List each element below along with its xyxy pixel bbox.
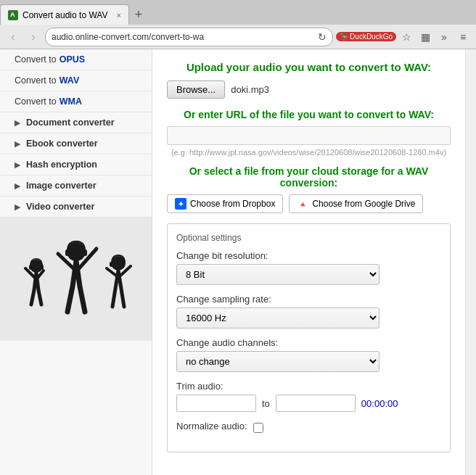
trim-row: Trim audio: to 00:00:00 [176, 381, 441, 412]
scrollbar[interactable] [465, 49, 476, 475]
browse-button[interactable]: Browse... [167, 80, 225, 99]
refresh-btn[interactable]: ↻ [318, 31, 327, 43]
svg-rect-4 [65, 249, 69, 256]
active-tab[interactable]: Convert audio to WAV × [0, 4, 129, 25]
gdrive-label: Choose from Google Drive [312, 199, 415, 209]
trim-label: Trim audio: [176, 381, 441, 392]
bookmark-icon[interactable]: ☆ [398, 28, 415, 46]
cloud-buttons: ✦ Choose from Dropbox 🔺 Choose from Goog… [167, 194, 451, 213]
sidebar-image [0, 218, 152, 341]
tab-bar: Convert audio to WAV × + [0, 0, 476, 25]
trim-inputs: to 00:00:00 [176, 395, 441, 412]
dropbox-icon: ✦ [175, 198, 186, 210]
gdrive-icon: 🔺 [297, 198, 308, 210]
chevron-icon: ▶ [15, 160, 20, 170]
chevron-icon: ▶ [15, 139, 20, 149]
sampling-rate-row: Change sampling rate: 8000 Hz 16000 Hz 2… [176, 294, 441, 329]
chevron-icon: ▶ [15, 181, 20, 191]
trim-start-input[interactable] [176, 395, 256, 412]
svg-rect-1 [29, 265, 32, 270]
audio-channels-select[interactable]: no change mono stereo [176, 351, 379, 372]
upload-heading: Upload your audio you want to convert to… [167, 61, 451, 73]
tab-favicon [8, 10, 18, 20]
cloud-heading: Or select a file from your cloud storage… [167, 165, 451, 189]
new-tab-btn[interactable]: + [129, 4, 149, 25]
sidebar-item-video-converter[interactable]: ▶ Video converter [0, 197, 152, 218]
browser-chrome: Convert audio to WAV × + ‹ › audio.onlin… [0, 0, 476, 49]
browse-row: Browse... doki.mp3 [167, 80, 451, 99]
sidebar-item-ebook-converter[interactable]: ▶ Ebook converter [0, 133, 152, 154]
optional-settings: Optional settings Change bit resolution:… [167, 223, 451, 453]
address-bar: ‹ › audio.online-convert.com/convert-to-… [0, 25, 476, 49]
menu-icon[interactable]: ≡ [454, 28, 472, 46]
sidebar-item-document-converter[interactable]: ▶ Document converter [0, 112, 152, 133]
sidebar-item-image-converter[interactable]: ▶ Image converter [0, 175, 152, 197]
tab-close-btn[interactable]: × [116, 11, 120, 20]
sidebar: Convert to OPUS Convert to WAV Convert t… [0, 49, 152, 475]
svg-rect-2 [41, 265, 44, 270]
chevron-icon: ▶ [15, 202, 20, 212]
url-input[interactable] [167, 126, 451, 145]
sampling-rate-select[interactable]: 8000 Hz 16000 Hz 22050 Hz 44100 Hz 48000… [176, 307, 379, 329]
sidebar-item-wav[interactable]: Convert to WAV [0, 70, 152, 91]
back-btn[interactable]: ‹ [4, 28, 22, 46]
svg-rect-8 [122, 262, 125, 267]
svg-rect-5 [83, 249, 87, 256]
channels-label: Change audio channels: [176, 337, 441, 348]
privacy-icon[interactable]: 🦆 DuckDuckGo [336, 32, 396, 41]
sidebar-item-opus[interactable]: Convert to OPUS [0, 49, 152, 70]
dropbox-button[interactable]: ✦ Choose from Dropbox [167, 194, 283, 213]
overflow-icon[interactable]: » [435, 28, 453, 46]
sampling-label: Change sampling rate: [176, 294, 441, 305]
bit-resolution-row: Change bit resolution: 8 Bit 16 Bit 24 B… [176, 250, 441, 285]
filename-display: doki.mp3 [231, 84, 269, 95]
address-text: audio.online-convert.com/convert-to-wa [52, 32, 315, 42]
normalize-label: Normalize audio: [176, 421, 247, 431]
privacy-label: DuckDuckGo [350, 33, 393, 41]
forward-btn[interactable]: › [25, 28, 42, 46]
normalize-checkbox[interactable] [253, 423, 263, 433]
address-input-wrapper[interactable]: audio.online-convert.com/convert-to-wa ↻ [45, 28, 333, 46]
silhouette-svg [4, 221, 149, 337]
content-area: Upload your audio you want to convert to… [152, 49, 465, 475]
sidebar-item-wma[interactable]: Convert to WMA [0, 91, 152, 112]
bit-label: Change bit resolution: [176, 250, 441, 261]
toolbar-icons: 🦆 DuckDuckGo ☆ ▦ » ≡ [336, 28, 472, 46]
normalize-row: Normalize audio: [176, 421, 441, 434]
sidebar-item-hash-encryption[interactable]: ▶ Hash encryption [0, 154, 152, 175]
dropbox-label: Choose from Dropbox [190, 199, 275, 209]
gdrive-button[interactable]: 🔺 Choose from Google Drive [289, 194, 423, 213]
audio-channels-row: Change audio channels: no change mono st… [176, 337, 441, 372]
optional-settings-legend: Optional settings [176, 233, 441, 243]
url-hint: (e.g. http://www.jpl.nasa.gov/videos/wis… [167, 148, 451, 157]
screenshot-icon[interactable]: ▦ [416, 28, 434, 46]
trim-end-input[interactable] [276, 395, 356, 412]
trim-to-label: to [262, 398, 270, 409]
svg-rect-7 [110, 262, 112, 267]
main-layout: Convert to OPUS Convert to WAV Convert t… [0, 49, 476, 475]
bit-resolution-select[interactable]: 8 Bit 16 Bit 24 Bit 32 Bit [176, 264, 379, 285]
chevron-icon: ▶ [15, 118, 20, 128]
url-heading: Or enter URL of the file you want to con… [167, 109, 451, 120]
trim-time-display: 00:00:00 [361, 398, 398, 409]
privacy-icon-symbol: 🦆 [340, 33, 348, 41]
tab-title: Convert audio to WAV [22, 10, 107, 20]
